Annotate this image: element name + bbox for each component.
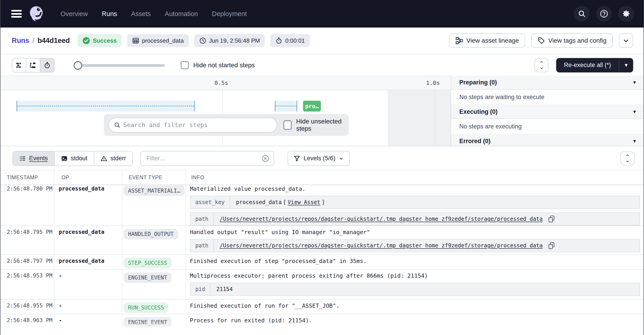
hamburger-menu-icon[interactable] <box>11 10 22 18</box>
run-tag-asset[interactable]: processed_data <box>127 34 189 47</box>
row-info: Finished execution of run for "__ASSET_J… <box>186 300 644 309</box>
reexecute-dropdown-button[interactable]: ▼ <box>619 58 633 72</box>
view-asset-lineage-button[interactable]: View asset lineage <box>449 34 525 48</box>
tab-label: stdout <box>71 155 88 162</box>
event-type-badge: ENGINE_EVENT <box>124 272 172 283</box>
event-type-badge: HANDLED_OUTPUT <box>124 229 178 239</box>
row-op: processed_data <box>54 185 122 192</box>
run-header: Runs / b44d1eed Success processed_dataJu… <box>0 28 644 54</box>
log-filter-input[interactable] <box>146 155 259 162</box>
nav-item-overview[interactable]: Overview <box>60 10 88 18</box>
hide-not-started-toggle[interactable]: Hide not started steps <box>181 61 255 69</box>
warning-icon <box>100 155 107 162</box>
row-event-type: ENGINE_EVENT <box>122 314 186 328</box>
view-tags-config-button[interactable]: View tags and config <box>531 34 613 48</box>
log-filter-box <box>140 151 274 166</box>
nav-item-assets[interactable]: Assets <box>131 10 151 18</box>
updown-chevron-icon: ⌃⌄ <box>539 62 544 69</box>
slider-handle[interactable] <box>74 61 82 70</box>
copy-icon[interactable] <box>548 242 554 249</box>
step-status-panel: Preparing (0)▼No steps are waiting to ex… <box>451 76 644 146</box>
time-marker: 1.0s <box>426 80 440 86</box>
panel-section-header[interactable]: Errored (0)▼ <box>451 134 644 146</box>
panel-section-header[interactable]: Preparing (0)▼ <box>451 76 644 90</box>
path-link[interactable]: /Users/neverett/projects/repos/dagster-q… <box>220 242 542 249</box>
hide-not-started-checkbox[interactable] <box>181 61 189 69</box>
terminal-icon <box>61 155 68 162</box>
copy-icon[interactable] <box>548 216 554 222</box>
gantt-toolbar: Hide not started steps ⌃⌄ Re-execute all… <box>0 55 644 76</box>
panel-section-header[interactable]: Executing (0)▼ <box>451 105 644 119</box>
step-search-box <box>108 118 277 132</box>
tab-stdout[interactable]: stdout <box>55 152 94 166</box>
metadata-key: asset_key <box>190 196 230 208</box>
waterfall-view-icon[interactable] <box>26 58 40 72</box>
gantt-wait-span[interactable] <box>16 101 195 112</box>
tag-label: Jun 19, 2:56:48 PM <box>209 37 260 44</box>
dagster-run-page: OverviewRunsAssetsAutomationDeployment R… <box>0 0 644 335</box>
row-op: processed_data <box>54 226 122 235</box>
tab-stderr[interactable]: stderr <box>94 152 132 166</box>
asset-grid-icon <box>132 37 139 44</box>
table-row: 2:56:48.795 PMprocessed_dataHANDLED_OUTP… <box>0 226 644 255</box>
row-info: Materialized value processed_data.asset_… <box>186 185 644 226</box>
panel-section-title: Errored (0) <box>459 138 490 145</box>
metadata-table: path/Users/neverett/projects/repos/dagst… <box>190 212 640 226</box>
view-asset-link[interactable]: View Asset <box>288 199 320 206</box>
gear-icon[interactable] <box>618 6 634 22</box>
levels-dropdown[interactable]: Levels (5/6) <box>288 151 350 166</box>
hide-unselected-toggle[interactable]: Hide unselected steps <box>284 118 349 132</box>
help-icon[interactable] <box>596 6 612 22</box>
row-event-type: ASSET_MATERIALI… <box>122 185 186 196</box>
row-op: - <box>54 270 122 279</box>
search-icon[interactable] <box>574 6 590 22</box>
breadcrumb-runs-link[interactable]: Runs <box>12 36 29 45</box>
row-event-type: HANDLED_OUTPUT <box>122 226 186 239</box>
event-type-badge: RUN_SUCCESS <box>124 302 168 313</box>
gantt-step-box[interactable]: pro… <box>303 101 321 112</box>
col-header-event-type: EVENT TYPE <box>129 174 162 180</box>
nav-item-runs[interactable]: Runs <box>102 10 117 18</box>
chevron-down-icon <box>338 156 344 161</box>
nav-item-deployment[interactable]: Deployment <box>212 10 247 18</box>
slider-track[interactable] <box>74 64 165 67</box>
tag-label: processed_data <box>142 37 184 44</box>
tab-events[interactable]: Events <box>13 152 55 166</box>
gantt-wait-span[interactable] <box>275 101 297 112</box>
log-expand-button[interactable]: ⌃⌄ <box>620 152 634 166</box>
event-log-table: TIMESTAMP OP EVENT TYPE INFO 2:56:48.780… <box>0 170 644 335</box>
top-nav: OverviewRunsAssetsAutomationDeployment <box>0 0 644 28</box>
clear-filter-icon[interactable] <box>262 155 269 162</box>
metadata-value-text: processed_data <box>236 199 282 206</box>
metadata-table: asset_keyprocessed_data [View Asset] <box>190 196 640 209</box>
flat-view-icon[interactable] <box>12 58 26 72</box>
gantt-body: pro… Hide unselected steps <box>0 90 451 146</box>
row-timestamp: 2:56:48.953 PM <box>0 270 54 279</box>
gantt-view-mode-group <box>12 58 55 72</box>
info-text: Materialized value processed_data. <box>190 186 640 192</box>
time-marker: 0.5s <box>214 80 228 86</box>
nav-item-automation[interactable]: Automation <box>165 10 198 18</box>
reexecute-all-button[interactable]: Re-execute all (*) <box>556 58 619 72</box>
info-text: Finished execution of step "processed_da… <box>190 258 640 264</box>
path-link[interactable]: /Users/neverett/projects/repos/dagster-q… <box>220 216 542 222</box>
metadata-value: /Users/neverett/projects/repos/dagster-q… <box>214 240 560 252</box>
chevron-down-icon: ▼ <box>632 109 637 114</box>
dagster-logo-icon[interactable] <box>28 4 46 23</box>
table-header: TIMESTAMP OP EVENT TYPE INFO <box>0 170 644 185</box>
breadcrumb: Runs / b44d1eed <box>12 36 70 45</box>
expand-collapse-button[interactable]: ⌃⌄ <box>534 58 548 72</box>
run-tag-meta: 0:00:01 <box>270 34 310 47</box>
log-tabs: Eventsstdoutstderr <box>12 151 133 166</box>
info-text: Process for run exited (pid: 21154). <box>190 317 640 324</box>
timed-view-icon[interactable] <box>40 58 54 72</box>
hide-unselected-checkbox[interactable] <box>284 120 292 130</box>
gantt-zoom-slider[interactable] <box>74 58 165 72</box>
metadata-value: /Users/neverett/projects/repos/dagster-q… <box>214 213 560 225</box>
tab-label: Events <box>29 155 48 162</box>
col-header-op: OP <box>62 174 69 180</box>
row-info: Handled output "result" using IO manager… <box>186 226 644 252</box>
step-search-input[interactable] <box>123 118 271 132</box>
gantt-chart: 0.5s 1.0s pro… Hide unselected s <box>0 76 451 146</box>
run-header-more-button[interactable] <box>619 34 633 48</box>
